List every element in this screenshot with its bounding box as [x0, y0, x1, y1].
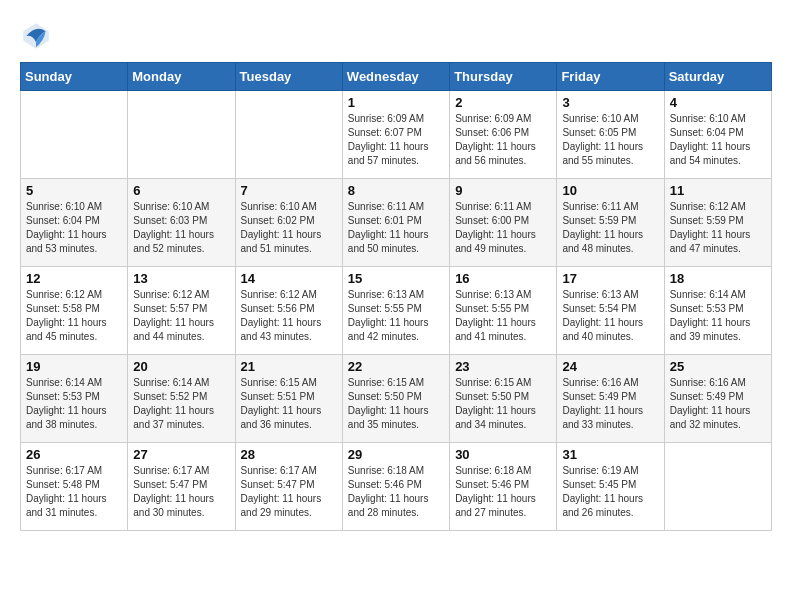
weekday-header-thursday: Thursday: [450, 63, 557, 91]
calendar-table: SundayMondayTuesdayWednesdayThursdayFrid…: [20, 62, 772, 531]
day-info: Sunrise: 6:14 AM Sunset: 5:53 PM Dayligh…: [670, 288, 766, 344]
day-number: 30: [455, 447, 551, 462]
calendar-cell: 10Sunrise: 6:11 AM Sunset: 5:59 PM Dayli…: [557, 179, 664, 267]
calendar-cell: 5Sunrise: 6:10 AM Sunset: 6:04 PM Daylig…: [21, 179, 128, 267]
weekday-header-wednesday: Wednesday: [342, 63, 449, 91]
calendar-cell: 13Sunrise: 6:12 AM Sunset: 5:57 PM Dayli…: [128, 267, 235, 355]
day-number: 16: [455, 271, 551, 286]
calendar-cell: 16Sunrise: 6:13 AM Sunset: 5:55 PM Dayli…: [450, 267, 557, 355]
day-number: 18: [670, 271, 766, 286]
calendar-cell: 9Sunrise: 6:11 AM Sunset: 6:00 PM Daylig…: [450, 179, 557, 267]
calendar-week-5: 26Sunrise: 6:17 AM Sunset: 5:48 PM Dayli…: [21, 443, 772, 531]
calendar-cell: 3Sunrise: 6:10 AM Sunset: 6:05 PM Daylig…: [557, 91, 664, 179]
day-number: 8: [348, 183, 444, 198]
day-number: 17: [562, 271, 658, 286]
calendar-cell: [128, 91, 235, 179]
day-info: Sunrise: 6:13 AM Sunset: 5:54 PM Dayligh…: [562, 288, 658, 344]
day-number: 10: [562, 183, 658, 198]
page-header: [20, 20, 772, 52]
calendar-body: 1Sunrise: 6:09 AM Sunset: 6:07 PM Daylig…: [21, 91, 772, 531]
day-info: Sunrise: 6:19 AM Sunset: 5:45 PM Dayligh…: [562, 464, 658, 520]
day-number: 6: [133, 183, 229, 198]
day-info: Sunrise: 6:10 AM Sunset: 6:04 PM Dayligh…: [26, 200, 122, 256]
day-number: 1: [348, 95, 444, 110]
calendar-cell: 8Sunrise: 6:11 AM Sunset: 6:01 PM Daylig…: [342, 179, 449, 267]
calendar-cell: 12Sunrise: 6:12 AM Sunset: 5:58 PM Dayli…: [21, 267, 128, 355]
calendar-cell: 14Sunrise: 6:12 AM Sunset: 5:56 PM Dayli…: [235, 267, 342, 355]
day-number: 2: [455, 95, 551, 110]
day-info: Sunrise: 6:12 AM Sunset: 5:58 PM Dayligh…: [26, 288, 122, 344]
day-number: 23: [455, 359, 551, 374]
calendar-cell: [235, 91, 342, 179]
calendar-cell: 21Sunrise: 6:15 AM Sunset: 5:51 PM Dayli…: [235, 355, 342, 443]
calendar-cell: 7Sunrise: 6:10 AM Sunset: 6:02 PM Daylig…: [235, 179, 342, 267]
day-number: 14: [241, 271, 337, 286]
calendar-cell: 17Sunrise: 6:13 AM Sunset: 5:54 PM Dayli…: [557, 267, 664, 355]
day-number: 21: [241, 359, 337, 374]
day-number: 5: [26, 183, 122, 198]
day-info: Sunrise: 6:13 AM Sunset: 5:55 PM Dayligh…: [348, 288, 444, 344]
day-info: Sunrise: 6:11 AM Sunset: 6:01 PM Dayligh…: [348, 200, 444, 256]
day-info: Sunrise: 6:17 AM Sunset: 5:47 PM Dayligh…: [241, 464, 337, 520]
day-info: Sunrise: 6:16 AM Sunset: 5:49 PM Dayligh…: [670, 376, 766, 432]
weekday-header-sunday: Sunday: [21, 63, 128, 91]
calendar-cell: 19Sunrise: 6:14 AM Sunset: 5:53 PM Dayli…: [21, 355, 128, 443]
calendar-cell: 1Sunrise: 6:09 AM Sunset: 6:07 PM Daylig…: [342, 91, 449, 179]
day-number: 20: [133, 359, 229, 374]
weekday-header-friday: Friday: [557, 63, 664, 91]
day-number: 7: [241, 183, 337, 198]
calendar-cell: 29Sunrise: 6:18 AM Sunset: 5:46 PM Dayli…: [342, 443, 449, 531]
calendar-cell: 4Sunrise: 6:10 AM Sunset: 6:04 PM Daylig…: [664, 91, 771, 179]
day-number: 26: [26, 447, 122, 462]
day-info: Sunrise: 6:11 AM Sunset: 5:59 PM Dayligh…: [562, 200, 658, 256]
day-number: 25: [670, 359, 766, 374]
logo: [20, 20, 56, 52]
weekday-header-row: SundayMondayTuesdayWednesdayThursdayFrid…: [21, 63, 772, 91]
calendar-cell: 31Sunrise: 6:19 AM Sunset: 5:45 PM Dayli…: [557, 443, 664, 531]
calendar-cell: 30Sunrise: 6:18 AM Sunset: 5:46 PM Dayli…: [450, 443, 557, 531]
day-number: 31: [562, 447, 658, 462]
day-info: Sunrise: 6:09 AM Sunset: 6:07 PM Dayligh…: [348, 112, 444, 168]
day-info: Sunrise: 6:13 AM Sunset: 5:55 PM Dayligh…: [455, 288, 551, 344]
day-number: 29: [348, 447, 444, 462]
calendar-cell: 15Sunrise: 6:13 AM Sunset: 5:55 PM Dayli…: [342, 267, 449, 355]
calendar-week-3: 12Sunrise: 6:12 AM Sunset: 5:58 PM Dayli…: [21, 267, 772, 355]
day-info: Sunrise: 6:18 AM Sunset: 5:46 PM Dayligh…: [455, 464, 551, 520]
day-number: 28: [241, 447, 337, 462]
day-number: 4: [670, 95, 766, 110]
day-info: Sunrise: 6:10 AM Sunset: 6:02 PM Dayligh…: [241, 200, 337, 256]
day-info: Sunrise: 6:12 AM Sunset: 5:59 PM Dayligh…: [670, 200, 766, 256]
calendar-cell: 6Sunrise: 6:10 AM Sunset: 6:03 PM Daylig…: [128, 179, 235, 267]
weekday-header-saturday: Saturday: [664, 63, 771, 91]
calendar-cell: 27Sunrise: 6:17 AM Sunset: 5:47 PM Dayli…: [128, 443, 235, 531]
day-number: 22: [348, 359, 444, 374]
day-info: Sunrise: 6:10 AM Sunset: 6:04 PM Dayligh…: [670, 112, 766, 168]
calendar-cell: 11Sunrise: 6:12 AM Sunset: 5:59 PM Dayli…: [664, 179, 771, 267]
day-number: 11: [670, 183, 766, 198]
day-info: Sunrise: 6:11 AM Sunset: 6:00 PM Dayligh…: [455, 200, 551, 256]
day-info: Sunrise: 6:16 AM Sunset: 5:49 PM Dayligh…: [562, 376, 658, 432]
calendar-week-1: 1Sunrise: 6:09 AM Sunset: 6:07 PM Daylig…: [21, 91, 772, 179]
day-number: 9: [455, 183, 551, 198]
calendar-cell: 20Sunrise: 6:14 AM Sunset: 5:52 PM Dayli…: [128, 355, 235, 443]
day-info: Sunrise: 6:12 AM Sunset: 5:56 PM Dayligh…: [241, 288, 337, 344]
calendar-cell: 26Sunrise: 6:17 AM Sunset: 5:48 PM Dayli…: [21, 443, 128, 531]
calendar-cell: 25Sunrise: 6:16 AM Sunset: 5:49 PM Dayli…: [664, 355, 771, 443]
day-info: Sunrise: 6:17 AM Sunset: 5:48 PM Dayligh…: [26, 464, 122, 520]
day-info: Sunrise: 6:10 AM Sunset: 6:03 PM Dayligh…: [133, 200, 229, 256]
day-info: Sunrise: 6:18 AM Sunset: 5:46 PM Dayligh…: [348, 464, 444, 520]
weekday-header-tuesday: Tuesday: [235, 63, 342, 91]
day-info: Sunrise: 6:14 AM Sunset: 5:52 PM Dayligh…: [133, 376, 229, 432]
day-number: 12: [26, 271, 122, 286]
calendar-cell: 22Sunrise: 6:15 AM Sunset: 5:50 PM Dayli…: [342, 355, 449, 443]
day-info: Sunrise: 6:15 AM Sunset: 5:51 PM Dayligh…: [241, 376, 337, 432]
day-info: Sunrise: 6:10 AM Sunset: 6:05 PM Dayligh…: [562, 112, 658, 168]
logo-icon: [20, 20, 52, 52]
calendar-week-2: 5Sunrise: 6:10 AM Sunset: 6:04 PM Daylig…: [21, 179, 772, 267]
day-number: 19: [26, 359, 122, 374]
day-number: 13: [133, 271, 229, 286]
weekday-header-monday: Monday: [128, 63, 235, 91]
calendar-cell: 24Sunrise: 6:16 AM Sunset: 5:49 PM Dayli…: [557, 355, 664, 443]
day-info: Sunrise: 6:17 AM Sunset: 5:47 PM Dayligh…: [133, 464, 229, 520]
calendar-cell: 23Sunrise: 6:15 AM Sunset: 5:50 PM Dayli…: [450, 355, 557, 443]
